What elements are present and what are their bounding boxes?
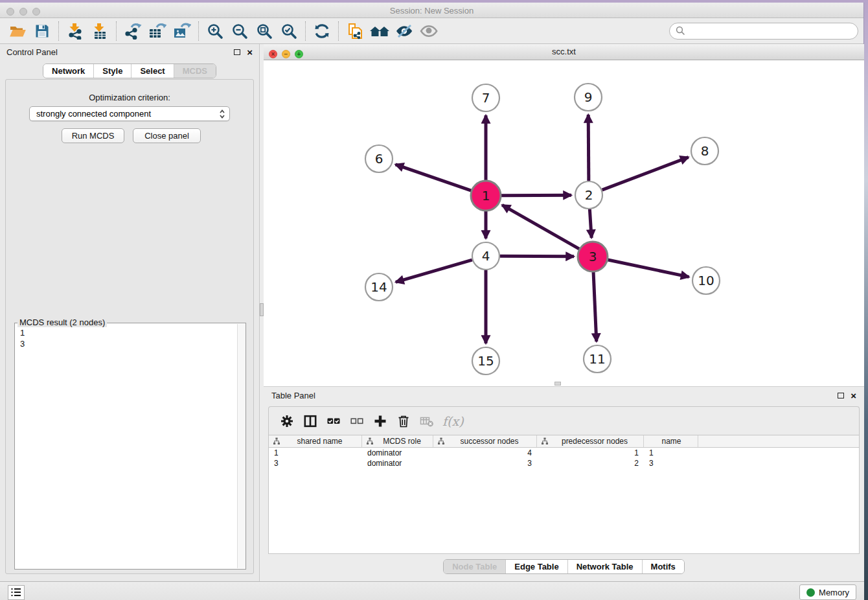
graph-node-8[interactable]: 8: [691, 137, 718, 165]
graph-edge-2-8[interactable]: [602, 157, 689, 190]
network-resize-grip[interactable]: [554, 382, 561, 386]
graph-node-11[interactable]: 11: [584, 345, 611, 373]
cell-name[interactable]: 3: [644, 458, 698, 468]
column-header-successor-nodes[interactable]: successor nodes: [433, 435, 537, 447]
graph-edge-2-9[interactable]: [588, 115, 589, 181]
panel-splitter[interactable]: [259, 44, 264, 581]
zoom-selected-button[interactable]: [277, 20, 301, 42]
zoom-fit-icon: [256, 23, 273, 40]
delete-column-button[interactable]: [393, 411, 414, 432]
hide-panels-button[interactable]: [392, 20, 417, 42]
cell-shared-name[interactable]: 3: [269, 458, 362, 468]
graph-edge-4-14[interactable]: [396, 260, 472, 282]
table-row[interactable]: 3 dominator 3 2 3: [269, 458, 859, 468]
network-file-icon: [347, 22, 363, 40]
tab-node-table[interactable]: Node Table: [444, 560, 505, 573]
select-all-rows-button[interactable]: [323, 411, 344, 432]
criterion-value: strongly connected component: [36, 109, 219, 119]
tab-network-table[interactable]: Network Table: [567, 560, 642, 573]
graph-svg[interactable]: 7968124314101511: [264, 60, 864, 386]
close-panel-button[interactable]: Close panel: [133, 128, 201, 143]
search-input[interactable]: [689, 26, 852, 36]
network-file-button[interactable]: [343, 20, 367, 42]
cell-successor-nodes[interactable]: 3: [433, 458, 537, 468]
import-network-button[interactable]: [63, 20, 87, 42]
add-column-button[interactable]: [370, 411, 391, 432]
graph-node-4[interactable]: 4: [472, 242, 499, 270]
graph-edge-3-10[interactable]: [608, 260, 689, 277]
cell-name[interactable]: 1: [644, 448, 698, 458]
cell-mcds-role[interactable]: dominator: [362, 448, 433, 458]
refresh-icon: [314, 23, 330, 40]
close-panel-icon[interactable]: ×: [247, 47, 253, 57]
save-session-button[interactable]: [30, 20, 54, 42]
tab-motifs[interactable]: Motifs: [642, 560, 684, 573]
search-field[interactable]: [669, 23, 858, 40]
control-panel-title: Control Panel: [6, 47, 58, 57]
graph-node-9[interactable]: 9: [575, 84, 602, 111]
tab-style[interactable]: Style: [93, 64, 131, 78]
zoom-fit-button[interactable]: [252, 20, 277, 42]
memory-button[interactable]: Memory: [799, 584, 856, 600]
graph-node-6[interactable]: 6: [365, 145, 393, 172]
column-header-shared-name[interactable]: shared name: [269, 435, 362, 447]
import-table-button[interactable]: [87, 20, 112, 42]
app-window: Session: New Session: [0, 3, 864, 600]
graph-edge-1-6[interactable]: [396, 165, 472, 190]
function-builder-button[interactable]: f(x): [442, 414, 464, 428]
graph-node-label: 1: [482, 188, 490, 203]
tab-network[interactable]: Network: [43, 64, 93, 78]
open-session-button[interactable]: [5, 20, 30, 42]
graph-node-15[interactable]: 15: [472, 347, 499, 375]
criterion-select[interactable]: strongly connected component: [29, 106, 230, 121]
cell-predecessor-nodes[interactable]: 2: [537, 458, 644, 468]
close-table-panel-icon[interactable]: ×: [851, 391, 856, 400]
zoom-out-button[interactable]: [227, 20, 252, 42]
graph-node-7[interactable]: 7: [472, 84, 499, 111]
main-titlebar: Session: New Session: [0, 3, 863, 18]
main-toolbar: [0, 18, 863, 44]
graph-node-1[interactable]: 1: [471, 181, 501, 211]
graph-node-3[interactable]: 3: [578, 242, 608, 271]
cell-successor-nodes[interactable]: 4: [433, 448, 537, 458]
tab-select[interactable]: Select: [131, 64, 173, 78]
delete-table-button[interactable]: [417, 411, 437, 432]
task-history-button[interactable]: [8, 585, 25, 600]
graph-node-label: 8: [701, 143, 709, 159]
open-session-icon: [9, 23, 27, 39]
table-row[interactable]: 1 dominator 4 1 1: [269, 448, 859, 458]
refresh-view-button[interactable]: [310, 20, 334, 42]
graph-edge-3-11[interactable]: [593, 272, 597, 341]
graph-edge-4-3[interactable]: [500, 256, 574, 257]
table-settings-button[interactable]: [277, 411, 297, 432]
cybrowser-home-button[interactable]: [367, 20, 392, 42]
export-table-button[interactable]: [145, 20, 170, 42]
result-scrollbar[interactable]: [237, 324, 246, 568]
show-columns-button[interactable]: [300, 411, 321, 432]
toolbar-separator: [58, 21, 59, 41]
graph-node-2[interactable]: 2: [575, 181, 602, 209]
tab-edge-table[interactable]: Edge Table: [505, 560, 567, 573]
graph-edge-1-2[interactable]: [501, 195, 571, 196]
cell-shared-name[interactable]: 1: [269, 448, 362, 458]
tab-mcds[interactable]: MCDS: [174, 64, 216, 78]
graph-edge-2-3[interactable]: [589, 209, 591, 238]
graph-node-14[interactable]: 14: [365, 273, 393, 301]
export-image-button[interactable]: [170, 20, 194, 42]
graph-node-10[interactable]: 10: [692, 267, 720, 294]
column-header-mcds-role[interactable]: MCDS role: [362, 435, 433, 447]
show-panels-button[interactable]: [417, 20, 441, 42]
zoom-in-button[interactable]: [203, 20, 227, 42]
float-panel-icon[interactable]: [234, 49, 240, 55]
graph-edge-3-1[interactable]: [502, 205, 579, 249]
column-header-predecessor-nodes[interactable]: predecessor nodes: [537, 435, 644, 447]
cell-predecessor-nodes[interactable]: 1: [537, 448, 644, 458]
column-header-name[interactable]: name: [644, 435, 698, 447]
cell-mcds-role[interactable]: dominator: [362, 458, 433, 468]
run-mcds-button[interactable]: Run MCDS: [62, 128, 124, 143]
add-icon: [373, 414, 387, 428]
export-network-button[interactable]: [120, 20, 145, 42]
graph-node-label: 15: [477, 353, 494, 369]
float-table-panel-icon[interactable]: [838, 393, 844, 398]
deselect-all-rows-button[interactable]: [347, 411, 367, 432]
